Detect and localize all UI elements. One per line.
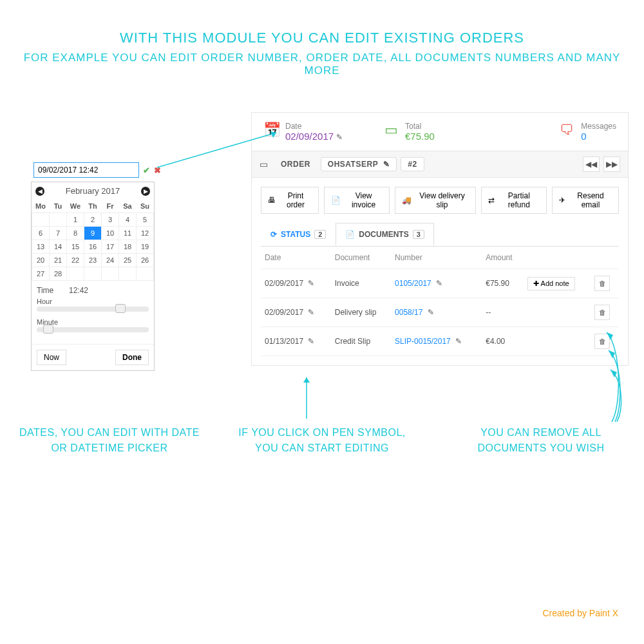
edit-number-icon[interactable]: ✎ xyxy=(455,337,462,346)
partial-refund-button[interactable]: ⇄Partial refund xyxy=(481,187,547,214)
document-number-link[interactable]: 0058/17 xyxy=(395,308,422,317)
svg-marker-3 xyxy=(303,377,310,383)
svg-marker-5 xyxy=(609,350,615,358)
edit-number-icon[interactable]: ✎ xyxy=(436,279,442,288)
calendar-day[interactable]: 14 xyxy=(50,240,67,254)
table-row: 02/09/2017 ✎Invoice0105/2017 ✎€75.90✚ Ad… xyxy=(261,269,619,298)
calendar-grid[interactable]: MoTuWeThFrSaSu 1234567891011121314151617… xyxy=(32,200,154,281)
tab-documents[interactable]: 📄DOCUMENTS3 xyxy=(336,223,433,246)
headline-main: WITH THIS MODULE YOU CAN EDIT EXISTING O… xyxy=(0,30,644,46)
calendar-day[interactable]: 8 xyxy=(67,227,84,240)
calendar-day[interactable]: 17 xyxy=(102,240,119,254)
calendar-day[interactable]: 20 xyxy=(32,254,50,267)
svg-line-0 xyxy=(157,133,276,167)
edit-date-icon[interactable]: ✎ xyxy=(308,308,314,317)
view-invoice-button[interactable]: 📄View invoice xyxy=(324,187,390,214)
prev-month-icon[interactable]: ◀ xyxy=(35,187,44,196)
edit-date-icon[interactable]: ✎ xyxy=(308,337,314,346)
calendar-day[interactable]: 13 xyxy=(32,240,50,254)
date-value: 02/09/2017 xyxy=(285,131,334,142)
calendar-day[interactable]: 9 xyxy=(84,227,102,240)
refund-icon: ⇄ xyxy=(488,196,495,205)
prev-order-button[interactable]: ◀◀ xyxy=(583,156,600,172)
calendar-day[interactable]: 22 xyxy=(67,254,84,267)
col-number: Number xyxy=(391,247,482,269)
credit: Created by Paint X xyxy=(542,608,618,618)
tab-status[interactable]: ⟳STATUS2 xyxy=(261,223,336,246)
calendar-day[interactable]: 24 xyxy=(102,254,119,267)
now-button[interactable]: Now xyxy=(37,350,66,365)
messages-value[interactable]: 0 xyxy=(581,131,616,142)
table-row: 01/13/2017 ✎Credit SlipSLIP-0015/2017 ✎€… xyxy=(261,327,619,356)
calendar-day[interactable]: 3 xyxy=(102,213,119,227)
calendar-day[interactable]: 28 xyxy=(50,267,67,281)
calendar-day[interactable]: 7 xyxy=(50,227,67,240)
documents-table: Date Document Number Amount 02/09/2017 ✎… xyxy=(261,246,619,356)
minute-slider[interactable] xyxy=(37,327,149,332)
document-number-link[interactable]: SLIP-0015/2017 xyxy=(395,337,451,346)
calendar-day xyxy=(102,267,119,281)
messages-icon: 🗨 xyxy=(559,122,574,138)
order-seq-chip: #2 xyxy=(401,157,424,171)
calendar-day xyxy=(32,213,50,227)
delete-icon[interactable]: 🗑 xyxy=(594,305,610,320)
edit-ref-icon[interactable]: ✎ xyxy=(383,160,390,169)
svg-marker-4 xyxy=(607,332,613,340)
calendar-day[interactable]: 5 xyxy=(137,213,154,227)
order-panel: 📅 Date 02/09/2017✎ ▭ Total €75.90 🗨 Mess… xyxy=(251,112,629,366)
order-bar: ▭ ORDER OHSATSERP ✎ #2 ◀◀ ▶▶ xyxy=(251,151,629,178)
hour-label: Hour xyxy=(37,298,149,305)
calendar-day[interactable]: 10 xyxy=(102,227,119,240)
calendar-day[interactable]: 16 xyxy=(84,240,102,254)
col-date: Date xyxy=(261,247,331,269)
edit-date-icon[interactable]: ✎ xyxy=(336,133,343,142)
caption-pen: IF YOU CLICK ON PEN SYMBOL, YOU CAN STAR… xyxy=(225,425,419,456)
hour-slider[interactable] xyxy=(37,307,149,312)
calendar-day[interactable]: 19 xyxy=(137,240,154,254)
caption-remove: YOU CAN REMOVE ALL DOCUMENTS YOU WISH xyxy=(451,425,631,456)
calendar-day[interactable]: 15 xyxy=(67,240,84,254)
resend-email-button[interactable]: ✈Resend email xyxy=(552,187,619,214)
done-button[interactable]: Done xyxy=(115,350,149,365)
messages-label: Messages xyxy=(581,122,616,131)
calendar-day[interactable]: 2 xyxy=(84,213,102,227)
order-ref-chip: OHSATSERP ✎ xyxy=(321,157,397,171)
total-value: €75.90 xyxy=(405,131,435,142)
date-label: Date xyxy=(285,122,343,131)
calendar-day[interactable]: 21 xyxy=(50,254,67,267)
calendar-day[interactable]: 26 xyxy=(137,254,154,267)
datetime-picker: ✔ ✖ ◀ February 2017 ▶ MoTuWeThFrSaSu 123… xyxy=(31,160,155,371)
edit-number-icon[interactable]: ✎ xyxy=(428,308,434,317)
edit-date-icon[interactable]: ✎ xyxy=(308,279,314,288)
time-label: Time xyxy=(37,286,69,295)
print-order-button[interactable]: 🖶Print order xyxy=(261,187,319,214)
minute-label: Minute xyxy=(37,318,149,326)
next-order-button[interactable]: ▶▶ xyxy=(603,156,620,172)
view-delivery-button[interactable]: 🚚View delivery slip xyxy=(395,187,476,214)
annotation-arrow xyxy=(157,129,286,174)
col-document: Document xyxy=(331,247,391,269)
calendar-day[interactable]: 11 xyxy=(119,227,137,240)
calendar-day[interactable]: 25 xyxy=(119,254,137,267)
calendar-day[interactable]: 27 xyxy=(32,267,50,281)
send-icon: ✈ xyxy=(559,196,565,205)
time-value: 12:42 xyxy=(69,286,88,295)
calendar-day[interactable]: 18 xyxy=(119,240,137,254)
calendar-day xyxy=(137,267,154,281)
next-month-icon[interactable]: ▶ xyxy=(141,187,150,196)
truck-icon: 🚚 xyxy=(402,196,412,205)
add-note-button[interactable]: ✚ Add note xyxy=(527,277,575,290)
caption-dates: DATES, YOU CAN EDIT WITH DATE OR DATETIM… xyxy=(19,425,200,456)
file-icon: 📄 xyxy=(331,196,341,205)
calendar-day[interactable]: 1 xyxy=(67,213,84,227)
calendar-day[interactable]: 23 xyxy=(84,254,102,267)
calendar-day[interactable]: 4 xyxy=(119,213,137,227)
datetime-input[interactable] xyxy=(33,162,139,178)
annotation-arrow xyxy=(298,374,317,425)
document-number-link[interactable]: 0105/2017 xyxy=(395,279,431,288)
month-title: February 2017 xyxy=(66,186,120,196)
confirm-icon[interactable]: ✔ xyxy=(143,166,150,175)
calendar-day[interactable]: 6 xyxy=(32,227,50,240)
delete-icon[interactable]: 🗑 xyxy=(594,276,610,291)
calendar-day[interactable]: 12 xyxy=(137,227,154,240)
